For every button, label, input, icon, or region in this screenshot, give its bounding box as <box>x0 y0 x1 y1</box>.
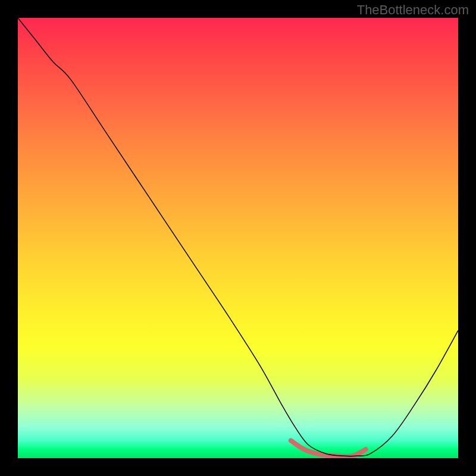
bottleneck-curve <box>18 18 458 456</box>
chart-svg <box>18 18 458 458</box>
watermark-text: TheBottleneck.com <box>357 2 469 18</box>
chart-plot-area <box>18 18 458 458</box>
